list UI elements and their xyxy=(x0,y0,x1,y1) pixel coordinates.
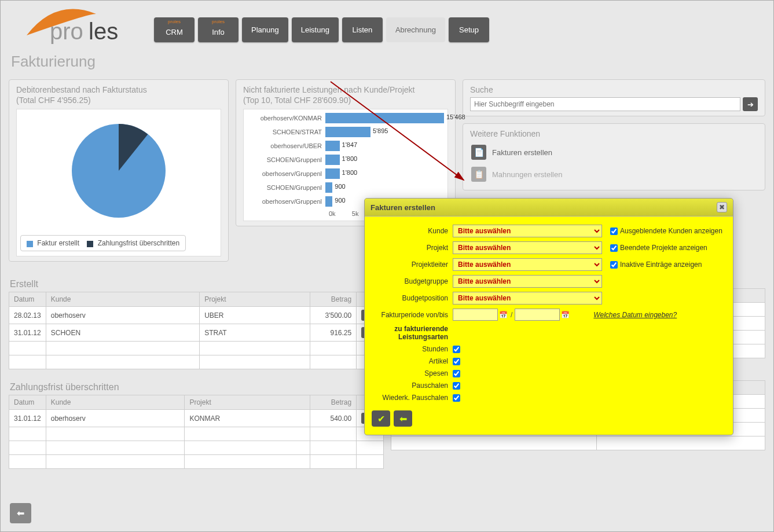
nav-listen[interactable]: Listen xyxy=(342,17,383,42)
calendar-icon[interactable]: 📅 xyxy=(560,310,570,320)
label-kunde: Kunde xyxy=(372,227,453,235)
main-nav: CRM Info Planung Leistung Listen Abrechn… xyxy=(154,17,489,42)
func-mahnungen-erstellen[interactable]: 📋 Mahnungen erstellen xyxy=(470,163,758,185)
pie-legend: Faktur erstellt Zahlungsfrist überschrit… xyxy=(20,235,186,251)
search-input[interactable] xyxy=(470,97,740,111)
pie-chart xyxy=(20,113,217,230)
nav-abrechnung[interactable]: Abrechnung xyxy=(386,17,445,42)
nav-leistung[interactable]: Leistung xyxy=(292,17,339,42)
bar-value: 5'895 xyxy=(371,127,388,134)
axis-5k: 5k xyxy=(352,210,359,217)
back-button[interactable]: ⬅ xyxy=(10,503,31,523)
search-button[interactable]: ➔ xyxy=(743,97,758,111)
bar-label: SCHOEN/Gruppenl xyxy=(247,184,325,191)
modal-back-button[interactable]: ⬅ xyxy=(394,410,412,427)
bar-title-2: (Top 10, Total CHF 28'609.90) xyxy=(243,96,351,105)
bar-value: 1'800 xyxy=(340,155,358,162)
legend-ueberschritten: Zahlungsfrist überschritten xyxy=(98,239,179,247)
section-zahlung: Zahlungsfrist überschritten xyxy=(9,377,384,395)
bar-label: oberhoserv/Gruppenl xyxy=(247,198,325,205)
label-wiederk: Wiederk. Pauschalen xyxy=(372,394,453,402)
search-title: Suche xyxy=(470,85,758,95)
pie-title-2: (Total CHF 4'956.25) xyxy=(16,96,91,105)
svg-text:les: les xyxy=(89,19,118,44)
select-kunde[interactable]: Bitte auswählen xyxy=(453,225,602,237)
date-to[interactable] xyxy=(515,309,560,321)
chk-spesen[interactable] xyxy=(453,370,460,377)
bar-title-1: Nicht fakturierte Leistungen nach Kunde/… xyxy=(243,85,415,94)
legend-erstellt: Faktur erstellt xyxy=(37,239,79,247)
bar-label: oberhoserv/UBER xyxy=(247,142,325,149)
chk-stunden[interactable] xyxy=(453,346,460,353)
nav-setup[interactable]: Setup xyxy=(449,17,489,42)
bar-label: oberhoserv/Gruppenl xyxy=(247,170,325,177)
section-erstellt: Erstellt xyxy=(9,274,384,292)
bar-value: 15'468 xyxy=(444,113,465,120)
chk-wiederk[interactable] xyxy=(453,394,460,402)
select-projekt[interactable]: Bitte auswählen xyxy=(453,241,602,254)
functions-title: Weitere Funktionen xyxy=(470,129,758,139)
create-invoice-icon: 📄 xyxy=(471,145,486,160)
bar-value: 900 xyxy=(332,197,345,204)
bar-label: SCHOEN/STRAT xyxy=(247,129,325,135)
nav-planung[interactable]: Planung xyxy=(242,17,288,42)
modal-close-button[interactable]: ✖ xyxy=(717,202,727,212)
label-budgetposition: Budgetposition xyxy=(372,294,453,302)
label-artikel: Artikel xyxy=(372,357,453,365)
date-from[interactable] xyxy=(453,309,498,321)
select-budgetposition[interactable]: Bitte auswählen xyxy=(453,292,602,304)
reminder-icon: 📋 xyxy=(471,167,486,182)
label-projekt: Projekt xyxy=(372,244,453,252)
label-spesen: Spesen xyxy=(372,369,453,377)
table-row: 31.01.12SCHOENSTRAT916.25… xyxy=(9,324,384,342)
bar-label: oberhoserv/KONMAR xyxy=(247,115,325,122)
table-zahlung: DatumKundeProjektBetrag31.01.12oberhoser… xyxy=(9,395,384,469)
label-stunden: Stunden xyxy=(372,345,453,353)
table-erstellt: DatumKundeProjektBetrag28.02.13oberhoser… xyxy=(9,292,384,369)
pie-title-1: Debitorenbestand nach Fakturstatus xyxy=(16,85,147,94)
calendar-icon[interactable]: 📅 xyxy=(498,310,508,320)
bar-label: SCHOEN/Gruppenl xyxy=(247,156,325,163)
chk-artikel[interactable] xyxy=(453,358,460,365)
bar-value: 1'847 xyxy=(340,141,358,148)
label-budgetgruppe: Budgetgruppe xyxy=(372,277,453,285)
panel-search: Suche ➔ xyxy=(463,79,765,116)
table-row: 28.02.13oberhoservUBER3'500.00… xyxy=(9,307,384,324)
modal-submit-button[interactable]: ✔ xyxy=(372,410,390,427)
label-periode: Fakturperiode von/bis xyxy=(372,311,453,319)
select-projektleiter[interactable]: Bitte auswählen xyxy=(453,258,602,271)
chk-projekte-anzeigen[interactable]: Beendete Projekte anzeigen xyxy=(610,244,707,252)
func-fakturen-erstellen[interactable]: 📄 Fakturen erstellen xyxy=(470,141,758,163)
axis-0: 0k xyxy=(329,210,336,217)
panel-functions: Weitere Funktionen 📄 Fakturen erstellen … xyxy=(463,123,765,190)
chk-inaktiv-anzeigen[interactable]: Inaktive Einträge anzeigen xyxy=(610,261,702,269)
modal-fakturen-erstellen: Fakturen erstellen ✖ Kunde Bitte auswähl… xyxy=(364,198,733,435)
brand-logo: pro les xyxy=(9,3,142,47)
bar-value: 900 xyxy=(332,183,345,190)
bar-value: 1'800 xyxy=(340,169,358,176)
modal-title: Fakturen erstellen xyxy=(371,203,435,212)
label-leistungsarten: zu fakturierende Leistungsarten xyxy=(372,325,453,341)
table-row: 31.01.12oberhoservKONMAR540.00… xyxy=(9,410,384,427)
page-title: Fakturierung xyxy=(1,50,773,79)
nav-crm[interactable]: CRM xyxy=(154,17,195,42)
date-sep: / xyxy=(511,311,512,319)
chk-pauschalen[interactable] xyxy=(453,382,460,390)
panel-pie: Debitorenbestand nach Fakturstatus (Tota… xyxy=(9,79,229,262)
label-projektleiter: Projektleiter xyxy=(372,261,453,269)
nav-info[interactable]: Info xyxy=(198,17,239,42)
select-budgetgruppe[interactable]: Bitte auswählen xyxy=(453,275,602,288)
svg-text:pro: pro xyxy=(50,19,83,44)
help-link-datum[interactable]: Welches Datum eingeben? xyxy=(593,311,677,319)
func-label-2: Mahnungen erstellen xyxy=(492,170,562,179)
label-pauschalen: Pauschalen xyxy=(372,381,453,390)
func-label-1: Fakturen erstellen xyxy=(492,148,552,157)
chk-kunden-anzeigen[interactable]: Ausgeblendete Kunden anzeigen xyxy=(610,227,722,235)
